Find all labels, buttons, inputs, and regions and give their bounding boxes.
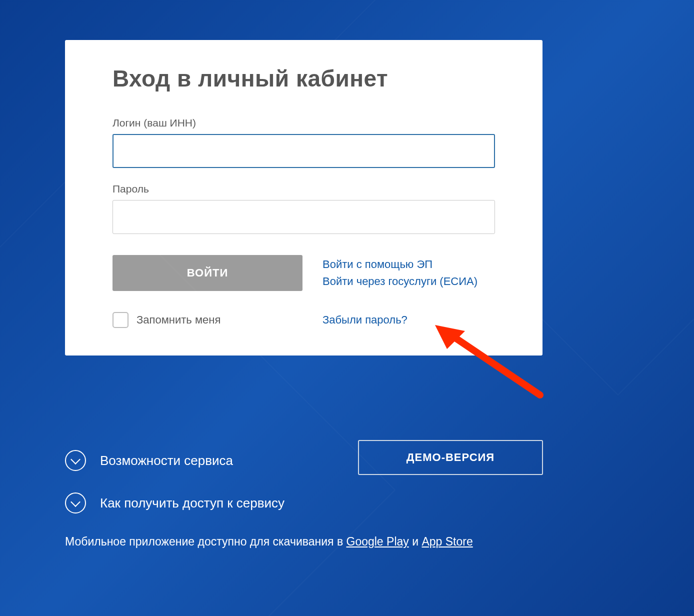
login-esia-link[interactable]: Войти через госуслуги (ЕСИА) [322,275,495,288]
mobile-app-line: Мобильное приложение доступно для скачив… [65,535,473,548]
password-input[interactable] [112,200,495,234]
features-expander[interactable]: Возможности сервиса [65,450,233,471]
alt-login-links: Войти с помощью ЭП Войти через госуслуги… [322,255,495,291]
login-button[interactable]: ВОЙТИ [112,255,302,291]
google-play-link[interactable]: Google Play [346,535,409,548]
password-group: Пароль [112,183,495,234]
access-label[interactable]: Как получить доступ к сервису [100,496,284,511]
login-group: Логин (ваш ИНН) [112,117,495,168]
login-card: Вход в личный кабинет Логин (ваш ИНН) Па… [65,40,542,356]
forgot-password-link[interactable]: Забыли пароль? [322,314,408,326]
remember-block: Запомнить меня [112,312,302,328]
card-title: Вход в личный кабинет [112,65,495,92]
app-line-prefix: Мобильное приложение доступно для скачив… [65,535,346,548]
access-expander[interactable]: Как получить доступ к сервису [65,492,284,514]
password-label: Пароль [112,183,495,195]
remember-row: Запомнить меня Забыли пароль? [112,312,495,328]
app-line-between: и [409,535,422,548]
chevron-down-icon[interactable] [65,450,86,471]
login-label: Логин (ваш ИНН) [112,117,495,129]
login-input[interactable] [112,134,495,168]
remember-checkbox[interactable] [112,312,128,328]
features-label[interactable]: Возможности сервиса [100,453,233,468]
login-ep-link[interactable]: Войти с помощью ЭП [322,258,495,271]
demo-button[interactable]: ДЕМО-ВЕРСИЯ [358,440,543,475]
actions-row: ВОЙТИ Войти с помощью ЭП Войти через гос… [112,255,495,291]
chevron-down-icon[interactable] [65,492,86,514]
app-store-link[interactable]: App Store [422,535,472,548]
remember-label: Запомнить меня [136,314,220,326]
